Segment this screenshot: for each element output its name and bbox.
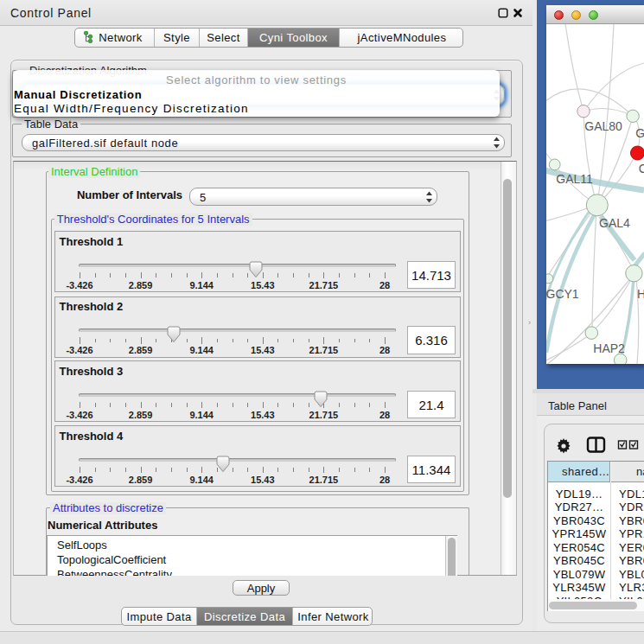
svg-text:GAL4: GAL4 — [599, 216, 630, 230]
svg-text:HAP2: HAP2 — [593, 341, 625, 355]
svg-text:H: H — [637, 287, 644, 301]
svg-text:GA: GA — [635, 126, 644, 140]
svg-text:GAL11: GAL11 — [556, 172, 593, 186]
svg-text:C: C — [639, 162, 644, 175]
svg-text:GCY1: GCY1 — [546, 287, 579, 301]
svg-text:GAL80: GAL80 — [584, 119, 622, 133]
